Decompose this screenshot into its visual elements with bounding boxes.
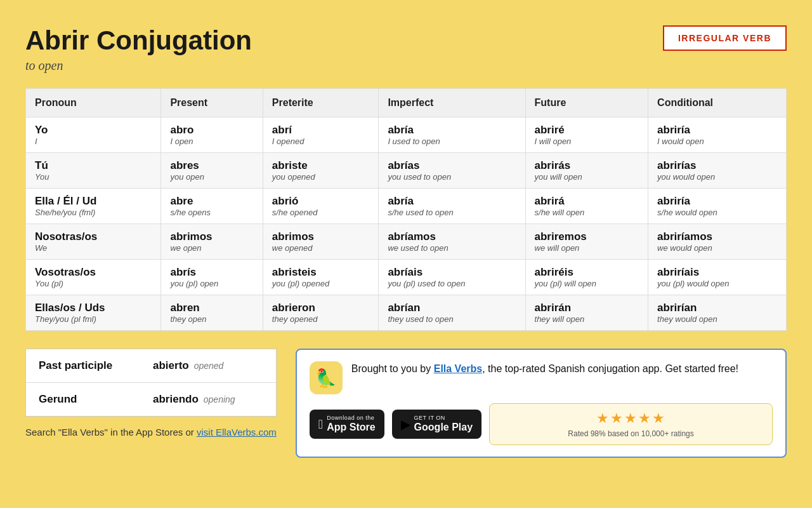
pronoun-sub: They/you (pl fml) [35, 314, 152, 324]
conjugation-sub: we opened [272, 243, 370, 253]
conjugation-main: abriríamos [657, 231, 777, 243]
col-conditional: Conditional [648, 89, 787, 117]
table-row: Ellas/os / UdsThey/you (pl fml)abrenthey… [26, 295, 787, 331]
promo-top: 🦜 Brought to you by Ella Verbs, the top-… [310, 361, 773, 394]
table-cell: abriréisyou (pl) will open [525, 260, 648, 295]
conjugation-sub: you (pl) used to open [388, 279, 516, 288]
conjugation-main: abría [388, 195, 516, 208]
verb-translation: to open [25, 58, 252, 73]
conjugation-main: abríais [388, 266, 516, 279]
conjugation-sub: I would open [657, 137, 777, 146]
conjugation-sub: they open [170, 314, 253, 324]
rating-text: Rated 98% based on 10,000+ ratings [499, 429, 763, 438]
gerund-row: Gerund abriendo opening [26, 383, 276, 416]
table-row: Nosotras/osWeabrimoswe openabrimoswe ope… [26, 224, 787, 260]
ella-verbs-link[interactable]: visit EllaVerbs.com [197, 427, 277, 438]
past-participle-row: Past participle abierto opened [26, 349, 276, 383]
table-row: Ella / Él / UdShe/he/you (fml)abres/he o… [26, 189, 787, 224]
table-cell: abrirías/he would open [648, 189, 787, 224]
google-play-text: GET IT ON Google Play [414, 415, 473, 433]
conjugation-main: abriré [535, 124, 639, 137]
rating-stars: ★★★★★ [499, 410, 763, 427]
title-block: Abrir Conjugation to open [25, 25, 252, 73]
table-cell: abriós/he opened [263, 189, 379, 224]
conjugation-sub: s/he opens [170, 208, 253, 217]
conjugation-sub: you (pl) open [170, 279, 253, 288]
ella-verbs-promo-link[interactable]: Ella Verbs [434, 363, 483, 374]
conjugation-main: abres [170, 159, 253, 172]
google-play-button[interactable]: ▶ GET IT ON Google Play [392, 410, 481, 438]
table-cell: abríaisyou (pl) used to open [379, 260, 525, 295]
col-present: Present [161, 89, 263, 117]
conjugation-table: Pronoun Present Preterite Imperfect Futu… [25, 88, 787, 331]
conjugation-main: abristeis [272, 266, 370, 279]
pronoun-main: Tú [35, 159, 152, 172]
past-participle-value: abierto [153, 359, 189, 372]
conjugation-sub: we open [170, 243, 253, 253]
table-row: YoIabroI openabríI openedabríaI used to … [26, 117, 787, 153]
pronoun-sub: You (pl) [35, 279, 152, 288]
table-cell: abríamoswe used to open [379, 224, 525, 260]
table-cell: abríanthey used to open [379, 295, 525, 331]
table-cell: abríaI used to open [379, 117, 525, 153]
col-imperfect: Imperfect [379, 89, 525, 117]
conjugation-main: abrís [170, 266, 253, 279]
table-cell: abristeisyou (pl) opened [263, 260, 379, 295]
conjugation-sub: we used to open [388, 243, 516, 253]
conjugation-sub: s/he opened [272, 208, 370, 217]
app-store-button[interactable]:  Download on the App Store [310, 410, 384, 438]
conjugation-main: abrías [388, 159, 516, 172]
conjugation-sub: I open [170, 137, 253, 146]
conjugation-sub: I used to open [388, 137, 516, 146]
promo-text-after: , the top-rated Spanish conjugation app.… [482, 363, 738, 374]
conjugation-sub: s/he will open [535, 208, 639, 217]
gerund-translation: opening [204, 394, 235, 404]
table-cell: abriríaisyou (pl) would open [648, 260, 787, 295]
table-cell: abriríasyou would open [648, 153, 787, 189]
table-cell: abriríaI would open [648, 117, 787, 153]
promo-box: 🦜 Brought to you by Ella Verbs, the top-… [296, 349, 787, 458]
table-cell: Nosotras/osWe [26, 224, 161, 260]
conjugation-sub: s/he used to open [388, 208, 516, 217]
table-cell: abrías/he used to open [379, 189, 525, 224]
table-cell: abres/he opens [161, 189, 263, 224]
pronoun-sub: You [35, 172, 152, 182]
table-cell: abríasyou used to open [379, 153, 525, 189]
table-cell: Ellas/os / UdsThey/you (pl fml) [26, 295, 161, 331]
irregular-verb-badge: IRREGULAR VERB [663, 25, 787, 51]
conjugation-sub: I opened [272, 137, 370, 146]
rating-box: ★★★★★ Rated 98% based on 10,000+ ratings [489, 403, 773, 445]
promo-buttons:  Download on the App Store ▶ GET IT ON … [310, 403, 773, 445]
conjugation-sub: you (pl) would open [657, 279, 777, 288]
table-cell: abristeyou opened [263, 153, 379, 189]
col-future: Future [525, 89, 648, 117]
app-store-small-text: Download on the [327, 415, 375, 421]
participle-section: Past participle abierto opened Gerund ab… [25, 349, 277, 438]
conjugation-sub: you opened [272, 172, 370, 182]
participle-table: Past participle abierto opened Gerund ab… [25, 349, 277, 417]
conjugation-sub: you (pl) opened [272, 279, 370, 288]
search-text: Search "Ella Verbs" in the App Stores or… [25, 427, 277, 438]
pronoun-sub: We [35, 243, 152, 253]
table-cell: abriránthey will open [525, 295, 648, 331]
conjugation-main: abrimos [272, 231, 370, 243]
past-participle-translation: opened [194, 361, 224, 371]
table-cell: Vosotras/osYou (pl) [26, 260, 161, 295]
conjugation-sub: they would open [657, 314, 777, 324]
conjugation-sub: you used to open [388, 172, 516, 182]
app-store-inner:  Download on the App Store [318, 415, 376, 433]
conjugation-sub: we will open [535, 243, 639, 253]
conjugation-main: abrirías [657, 159, 777, 172]
conjugation-main: abrirían [657, 302, 777, 314]
table-cell: abrirásyou will open [525, 153, 648, 189]
table-cell: TúYou [26, 153, 161, 189]
google-play-big-text: Google Play [414, 421, 473, 433]
conjugation-main: abren [170, 302, 253, 314]
conjugation-main: abrirá [535, 195, 639, 208]
conjugation-main: abriréis [535, 266, 639, 279]
table-cell: abrimoswe opened [263, 224, 379, 260]
table-cell: abriremoswe will open [525, 224, 648, 260]
conjugation-main: abriríais [657, 266, 777, 279]
table-cell: abriríanthey would open [648, 295, 787, 331]
title-rest: Conjugation [89, 25, 252, 55]
